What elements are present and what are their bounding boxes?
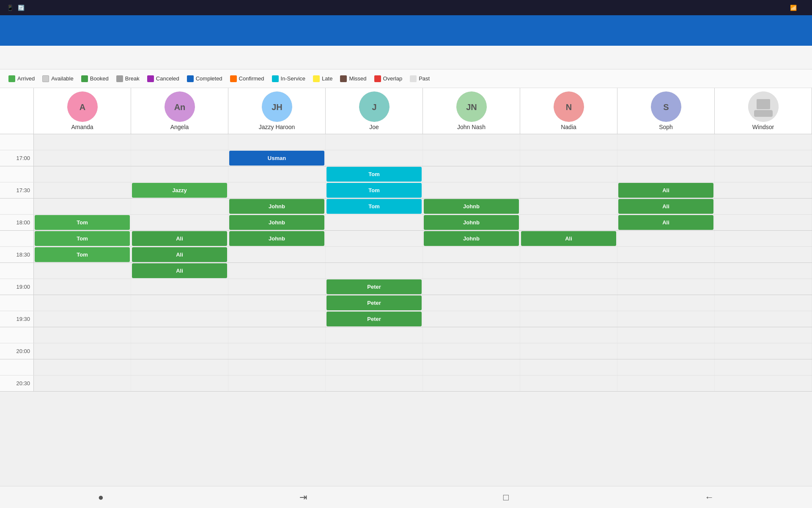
staff-cell-joe[interactable]: JJoe — [326, 88, 423, 134]
appointment-cell[interactable] — [131, 375, 228, 391]
appointment-cell[interactable]: Usman — [228, 150, 326, 166]
appointment-cell[interactable] — [34, 166, 131, 182]
appointment-cell[interactable] — [228, 295, 326, 311]
appointment-cell[interactable]: Peter — [326, 295, 423, 311]
appointment-block[interactable]: Ali — [521, 231, 616, 246]
appointment-cell[interactable] — [228, 263, 326, 279]
appointment-cell[interactable] — [34, 279, 131, 295]
appointment-block[interactable]: Tom — [326, 183, 422, 198]
appointment-cell[interactable]: Johnb — [228, 199, 326, 214]
appointment-cell[interactable]: Johnb — [228, 215, 326, 230]
appointment-block[interactable]: Ali — [618, 183, 713, 198]
appointment-cell[interactable] — [715, 247, 812, 262]
appointment-cell[interactable] — [423, 182, 520, 198]
appointment-cell[interactable] — [423, 263, 520, 279]
appointment-cell[interactable] — [423, 375, 520, 391]
appointment-block[interactable]: Ali — [618, 215, 713, 230]
appointment-cell[interactable] — [326, 359, 423, 375]
appointment-cell[interactable] — [617, 150, 715, 166]
appointment-cell[interactable] — [617, 134, 715, 150]
appointment-cell[interactable] — [520, 134, 617, 150]
appointment-block[interactable]: Jazzy — [132, 183, 227, 198]
appointment-cell[interactable] — [520, 311, 617, 327]
appointment-block[interactable]: Tom — [35, 215, 130, 230]
appointment-cell[interactable] — [228, 279, 326, 295]
appointment-cell[interactable] — [617, 247, 715, 262]
appointment-cell[interactable] — [715, 295, 812, 311]
appointment-cell[interactable] — [715, 231, 812, 246]
appointment-block[interactable]: Johnb — [424, 231, 519, 246]
appointment-cell[interactable]: Ali — [617, 199, 715, 214]
appointment-block[interactable]: Peter — [326, 295, 422, 310]
appointment-cell[interactable] — [617, 263, 715, 279]
appointment-cell[interactable]: Ali — [131, 231, 228, 246]
appointment-cell[interactable] — [228, 343, 326, 359]
appointment-cell[interactable] — [34, 134, 131, 150]
appointment-cell[interactable] — [617, 295, 715, 311]
appointment-cell[interactable] — [326, 247, 423, 262]
appointment-cell[interactable] — [34, 199, 131, 214]
appointment-cell[interactable] — [131, 295, 228, 311]
appointment-block[interactable]: Johnb — [229, 231, 324, 246]
appointment-cell[interactable] — [423, 311, 520, 327]
appointment-cell[interactable] — [131, 359, 228, 375]
prev-date-button[interactable] — [391, 54, 398, 61]
appointment-cell[interactable] — [617, 327, 715, 343]
staff-cell-windsor[interactable]: Windsor — [715, 88, 812, 134]
appointment-cell[interactable]: Tom — [326, 166, 423, 182]
appointment-cell[interactable] — [326, 215, 423, 230]
appointment-cell[interactable] — [228, 247, 326, 262]
appointment-cell[interactable] — [34, 311, 131, 327]
appointment-cell[interactable]: Ali — [520, 231, 617, 246]
appointment-cell[interactable]: Tom — [34, 231, 131, 246]
appointment-cell[interactable] — [423, 150, 520, 166]
appointment-cell[interactable] — [715, 263, 812, 279]
appointment-cell[interactable]: Johnb — [423, 231, 520, 246]
appointment-cell[interactable] — [423, 327, 520, 343]
appointment-cell[interactable] — [228, 375, 326, 391]
appointment-cell[interactable] — [326, 263, 423, 279]
appointment-cell[interactable]: Peter — [326, 279, 423, 295]
appointment-cell[interactable] — [326, 343, 423, 359]
appointment-cell[interactable] — [34, 182, 131, 198]
staff-cell-nadia[interactable]: NNadia — [520, 88, 617, 134]
appointment-cell[interactable] — [423, 359, 520, 375]
appointment-block[interactable]: Johnb — [229, 215, 324, 230]
appointment-cell[interactable]: Jazzy — [131, 182, 228, 198]
appointment-cell[interactable]: Ali — [131, 263, 228, 279]
appointment-block[interactable]: Ali — [618, 199, 713, 214]
appointment-block[interactable]: Johnb — [424, 199, 519, 214]
appointment-block[interactable]: Johnb — [424, 215, 519, 230]
staff-cell-soph[interactable]: SSoph — [617, 88, 715, 134]
appointment-cell[interactable] — [228, 311, 326, 327]
appointment-cell[interactable] — [423, 279, 520, 295]
appointment-cell[interactable] — [715, 375, 812, 391]
appointment-cell[interactable] — [520, 327, 617, 343]
appointment-cell[interactable] — [617, 359, 715, 375]
appointment-cell[interactable] — [617, 279, 715, 295]
appointment-cell[interactable] — [423, 134, 520, 150]
appointment-block[interactable]: Peter — [326, 279, 422, 294]
appointment-cell[interactable] — [326, 231, 423, 246]
appointment-cell[interactable]: Tom — [34, 215, 131, 230]
appointment-cell[interactable] — [715, 327, 812, 343]
appointment-cell[interactable] — [228, 166, 326, 182]
appointment-cell[interactable] — [617, 343, 715, 359]
appointment-cell[interactable] — [326, 134, 423, 150]
appointment-cell[interactable] — [228, 182, 326, 198]
appointment-cell[interactable] — [131, 166, 228, 182]
appointment-cell[interactable] — [520, 295, 617, 311]
appointment-cell[interactable] — [131, 327, 228, 343]
appointment-cell[interactable] — [617, 375, 715, 391]
appointment-block[interactable]: Tom — [35, 247, 130, 262]
appointment-block[interactable]: Johnb — [229, 199, 324, 214]
appointment-cell[interactable] — [326, 375, 423, 391]
appointment-cell[interactable] — [715, 215, 812, 230]
appointment-cell[interactable] — [423, 166, 520, 182]
appointment-cell[interactable] — [520, 247, 617, 262]
appointment-cell[interactable] — [520, 199, 617, 214]
back-button[interactable]: ← — [694, 489, 724, 506]
appointment-cell[interactable] — [715, 150, 812, 166]
appointment-cell[interactable] — [34, 343, 131, 359]
appointment-block[interactable]: Tom — [326, 167, 422, 182]
